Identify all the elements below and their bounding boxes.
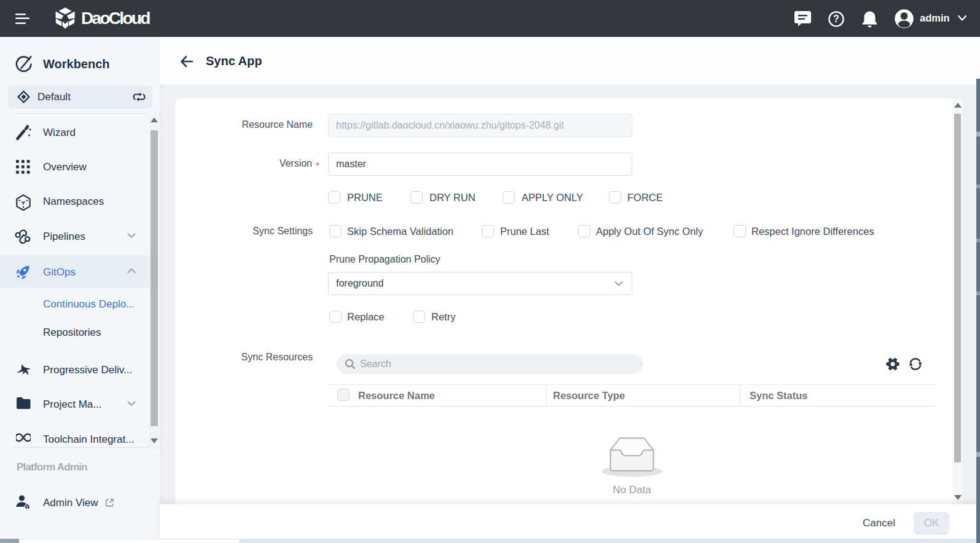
svg-text:?: ? [833, 14, 839, 24]
